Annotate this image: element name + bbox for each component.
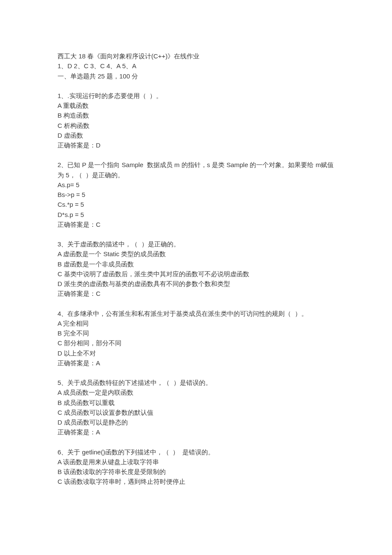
question-option: Cs.*p = 5 — [58, 199, 334, 209]
question-answer: 正确答案是：D — [58, 140, 334, 150]
question-option: Bs->p = 5 — [58, 190, 334, 199]
question-option: D 派生类的虚函数与基类的虚函数具有不同的参数个数和类型 — [58, 279, 334, 289]
question-option: A 重载函数 — [58, 101, 334, 110]
question-option: A 虚函数是一个 Static 类型的成员函数 — [58, 249, 334, 259]
question-option: C 该函数读取字符串时，遇到终止符时便停止 — [58, 477, 334, 486]
question-answer: 正确答案是：A — [58, 427, 334, 437]
question-text: 5、关于成员函数特征的下述描述中，（ ）是错误的。 — [58, 378, 334, 387]
question-list: 1、.实现运行时的多态要使用（ ）。A 重载函数B 构造函数C 析构函数D 虚函… — [58, 81, 334, 487]
question-option: B 完全不同 — [58, 328, 334, 338]
question-option: D 虚函数 — [58, 130, 334, 140]
question-option: B 虚函数是一个非成员函数 — [58, 259, 334, 269]
question-option: A 完全相同 — [58, 318, 334, 328]
question-text: 6、关于 getline()函数的下列描述中，（ ） 是错误的。 — [58, 447, 334, 457]
question-answer: 正确答案是：C — [58, 220, 334, 229]
question-option: A 成员函数一定是内联函数 — [58, 387, 334, 397]
question-option: D 成员函数可以是静态的 — [58, 417, 334, 427]
question-option: C 部分相同，部分不同 — [58, 338, 334, 348]
question-option: A 该函数是用来从键盘上读取字符串 — [58, 457, 334, 467]
question-option: C 析构函数 — [58, 121, 334, 130]
question-option: As.p= 5 — [58, 180, 334, 190]
question-option: C 成员函数可以设置参数的默认值 — [58, 408, 334, 417]
question-answer: 正确答案是：A — [58, 358, 334, 368]
question-text: 1、.实现运行时的多态要使用（ ）。 — [58, 91, 334, 101]
question-option: B 该函数读取的字符串长度是受限制的 — [58, 467, 334, 477]
section-heading: 一、单选题共 25 题，100 分 — [58, 71, 334, 81]
answer-summary: 1、D 2、C 3、C 4、A 5、A — [58, 61, 334, 71]
question-option: B 构造函数 — [58, 110, 334, 120]
question-option: B 成员函数可以重载 — [58, 398, 334, 408]
question-option: C 基类中说明了虚函数后，派生类中其对应的函数可不必说明虚函数 — [58, 269, 334, 279]
doc-title: 西工大 18 春《面向对象程序设计(C++)》在线作业 — [58, 51, 334, 61]
question-answer: 正确答案是：C — [58, 289, 334, 298]
doc-header: 西工大 18 春《面向对象程序设计(C++)》在线作业 1、D 2、C 3、C … — [58, 51, 334, 81]
question-text: 2、已知 P 是一个指向 Sample 数据成员 m 的指针，s 是类 Samp… — [58, 160, 334, 180]
question-text: 4、在多继承中，公有派生和私有派生对于基类成员在派生类中的可访问性的规则（ ）。 — [58, 309, 334, 318]
question-text: 3、关于虚函数的描述中，（ ）是正确的。 — [58, 239, 334, 249]
question-option: D*s.p = 5 — [58, 210, 334, 220]
question-option: D 以上全不对 — [58, 348, 334, 358]
